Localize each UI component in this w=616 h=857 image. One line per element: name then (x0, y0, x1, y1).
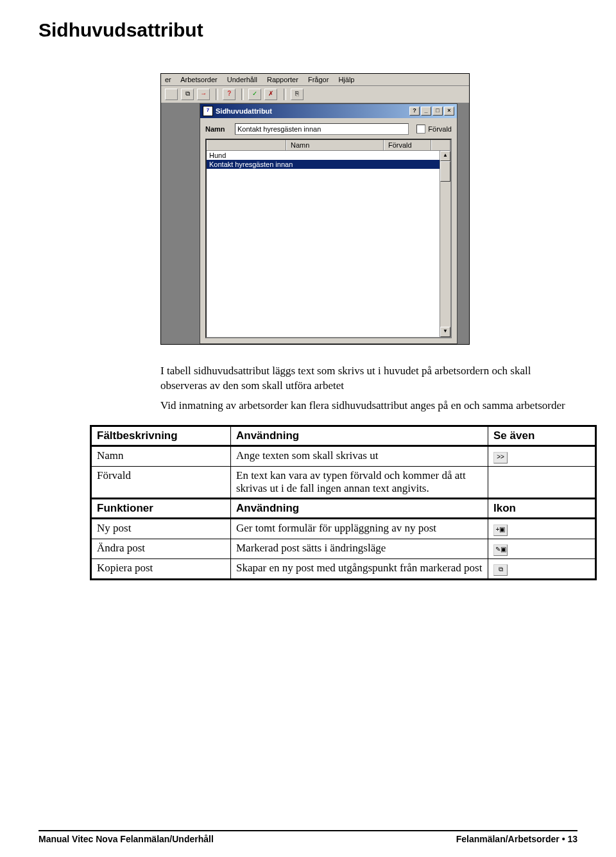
table-cell: Kopiera post (91, 558, 231, 579)
page-title: Sidhuvudsattribut (38, 19, 578, 41)
list-row-selected[interactable]: Kontakt hyresgästen innan (207, 160, 450, 169)
table-cell: Ger tomt formulär för uppläggning av ny … (231, 518, 488, 539)
list-row[interactable]: Hund (207, 151, 450, 160)
menu-item[interactable]: Hjälp (338, 76, 354, 83)
name-input[interactable] (235, 123, 409, 135)
minimize-button[interactable]: _ (421, 107, 431, 116)
body-paragraph-2: Vid inmatning av arbetsorder kan flera s… (160, 399, 571, 413)
toolbar-separator (284, 89, 286, 100)
toolbar-button[interactable] (165, 89, 178, 100)
table-cell: Markerad post sätts i ändringsläge (231, 539, 488, 558)
table-header: Användning (231, 426, 488, 446)
toolbar-button[interactable]: → (197, 89, 210, 100)
arrow-icon: >> (493, 452, 508, 463)
toolbar-button[interactable]: ⧉ (181, 89, 194, 100)
table-header: Fältbeskrivning (91, 426, 231, 446)
footer-left: Manual Vitec Nova Felanmälan/Underhåll (38, 834, 214, 844)
table-cell: Förvald (91, 466, 231, 498)
table-header: Ikon (488, 498, 596, 518)
table-cell: Ange texten som skall skrivas ut (231, 446, 488, 466)
table-cell: ✎▣ (488, 539, 596, 558)
dialog-title-text: Sidhuvudattribut (216, 107, 272, 115)
table-cell: Ändra post (91, 539, 231, 558)
table-header: Funktioner (91, 498, 231, 518)
table-cell: En text kan vara av typen förvald och ko… (231, 466, 488, 498)
accept-icon[interactable]: ✓ (248, 89, 261, 100)
list-col-header[interactable]: Namn (286, 140, 384, 150)
menu-item[interactable]: er (165, 76, 171, 83)
dialog-window: 7 Sidhuvudattribut ? _ □ × Namn Förvald (200, 103, 458, 344)
maximize-button[interactable]: □ (432, 107, 443, 116)
menu-item[interactable]: Frågor (308, 76, 329, 83)
table-cell (488, 466, 596, 498)
toolbar-separator (216, 89, 218, 100)
body-paragraph-1: I tabell sidhuvudsattribut läggs text so… (160, 364, 571, 394)
list-col-header[interactable]: Förvald (384, 140, 431, 150)
scroll-up-icon[interactable]: ▲ (440, 151, 450, 161)
new-post-icon: +▣ (493, 524, 508, 536)
table-cell: Skapar en ny post med utgångspunkt från … (231, 558, 488, 579)
scrollbar[interactable]: ▲ ▼ (440, 151, 450, 337)
table-header: Användning (231, 498, 488, 518)
table-header: Se även (488, 426, 596, 446)
dialog-icon: 7 (203, 106, 213, 116)
edit-post-icon: ✎▣ (493, 544, 508, 556)
cancel-icon[interactable]: ✗ (264, 89, 277, 100)
dialog-help-button[interactable]: ? (409, 107, 420, 116)
table-cell: ⧉ (488, 558, 596, 579)
forvald-checkbox[interactable] (416, 125, 425, 134)
table-cell: Ny post (91, 518, 231, 539)
table-cell: >> (488, 446, 596, 466)
scroll-down-icon[interactable]: ▼ (440, 327, 450, 337)
scroll-thumb[interactable] (440, 161, 450, 182)
app-screenshot: er Arbetsorder Underhåll Rapporter Frågo… (160, 73, 470, 345)
close-button[interactable]: × (444, 107, 454, 116)
list-header: Namn Förvald (207, 140, 450, 151)
copy-post-icon: ⧉ (493, 564, 508, 576)
toolbar-separator (241, 89, 244, 100)
field-description-table: Fältbeskrivning Användning Se även Namn … (90, 425, 597, 580)
help-icon[interactable]: ? (223, 89, 235, 100)
page-footer: Manual Vitec Nova Felanmälan/Underhåll F… (38, 830, 578, 844)
footer-right: Felanmälan/Arbetsorder • 13 (456, 834, 578, 844)
menubar: er Arbetsorder Underhåll Rapporter Frågo… (161, 74, 469, 86)
toolbar: ⧉ → ? ✓ ✗ ⎘ (161, 86, 469, 103)
forvald-label: Förvald (428, 125, 452, 133)
exit-icon[interactable]: ⎘ (291, 89, 304, 100)
table-cell: +▣ (488, 518, 596, 539)
table-cell: Namn (91, 446, 231, 466)
name-label: Namn (205, 125, 235, 133)
dialog-titlebar: 7 Sidhuvudattribut ? _ □ × (200, 104, 457, 118)
menu-item[interactable]: Arbetsorder (180, 76, 217, 83)
list-box[interactable]: Namn Förvald Hund Kontakt hyresgästen in… (205, 139, 452, 338)
menu-item[interactable]: Underhåll (227, 76, 257, 83)
menu-item[interactable]: Rapporter (267, 76, 298, 83)
